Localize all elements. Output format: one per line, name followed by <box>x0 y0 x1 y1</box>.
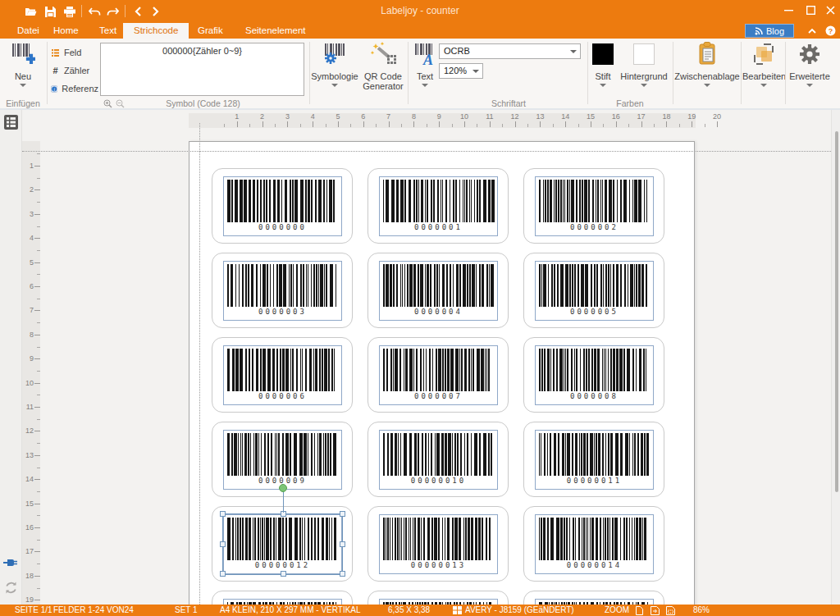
label-cell <box>212 591 353 605</box>
hintergrund-label: Hintergrund <box>617 71 671 81</box>
tab-text[interactable]: Text <box>89 23 127 39</box>
status-set[interactable]: SET 1 <box>175 605 198 615</box>
collapse-ribbon-icon[interactable] <box>806 25 819 37</box>
ruler-number: 7 <box>386 112 390 121</box>
plugin-icon[interactable] <box>3 556 19 573</box>
ribbon: Neu Einfügen Feld # Zähler i Referenz 00… <box>0 39 840 110</box>
barcode-element[interactable]: 0000005 <box>535 261 654 321</box>
label-cell: 00000012 <box>212 506 353 582</box>
label-cell: 0000002 <box>523 168 664 244</box>
template-grid-icon <box>453 606 462 616</box>
qr-code-generator-button[interactable]: QR Code Generator <box>358 42 408 91</box>
barcode-element[interactable]: 0000008 <box>535 345 654 405</box>
erweiterte-button[interactable]: Erweiterte <box>787 42 833 87</box>
barcode-element[interactable]: 00000012 <box>223 514 342 574</box>
zoom-fit-selection-icon[interactable] <box>666 606 675 616</box>
zoom-page-icon[interactable] <box>636 606 643 616</box>
design-canvas[interactable]: 0000000000000100000020000003000000400000… <box>40 128 831 605</box>
barcode-element[interactable] <box>223 599 342 605</box>
group-label-symbol: Symbol (Code 128) <box>131 98 275 108</box>
minimize-button[interactable] <box>779 2 797 17</box>
tab-home[interactable]: Home <box>43 23 89 39</box>
status-page[interactable]: SEITE 1/1 <box>15 605 52 615</box>
label-cell: 0000000 <box>212 168 353 244</box>
barcode-element[interactable]: 00000013 <box>379 514 498 574</box>
stift-button[interactable]: Stift <box>589 42 617 87</box>
selection-handle[interactable] <box>340 541 345 547</box>
fields-panel-icon[interactable] <box>4 115 18 133</box>
rotation-handle[interactable] <box>279 484 287 492</box>
selection-handle[interactable] <box>340 511 345 517</box>
selection-handle[interactable] <box>220 511 226 517</box>
ruler-number: 19 <box>687 112 696 121</box>
refresh-icon[interactable] <box>4 581 18 598</box>
referenz-button[interactable]: i Referenz <box>51 82 98 95</box>
neu-button[interactable]: Neu <box>3 42 43 87</box>
scrollbar-thumb[interactable] <box>835 131 838 492</box>
ruler-number: 9 <box>437 112 441 121</box>
barcode-element[interactable]: 0000007 <box>379 345 498 405</box>
barcode-element[interactable] <box>535 599 654 605</box>
label-cell: 0000003 <box>212 253 353 328</box>
status-zoom-value[interactable]: 86% <box>693 605 710 615</box>
label-cell <box>523 591 664 605</box>
feld-button[interactable]: Feld <box>51 46 98 59</box>
selection-handle[interactable] <box>220 541 226 547</box>
ruler-number: 10 <box>25 379 34 387</box>
barcode-element[interactable]: 0000009 <box>223 430 342 490</box>
barcode-element[interactable]: 0000001 <box>379 176 498 236</box>
margin-guide-horizontal <box>22 151 831 152</box>
selection-handle[interactable] <box>281 511 286 517</box>
barcode-bars <box>383 433 495 476</box>
ruler-number: 13 <box>25 451 34 459</box>
symbologie-button[interactable]: Symbologie <box>311 42 358 87</box>
barcode-value: 00000013 <box>380 561 497 569</box>
zaehler-button[interactable]: # Zähler <box>51 64 98 77</box>
svg-text:?: ? <box>828 27 833 35</box>
status-label-size[interactable]: 6,35 X 3,38 <box>388 605 430 615</box>
ruler-number: 8 <box>412 112 416 121</box>
selection-rectangle <box>222 513 343 575</box>
barcode-bars <box>227 433 340 476</box>
help-icon[interactable]: ? <box>824 25 837 37</box>
status-paper[interactable]: A4 KLEIN, 210 X 297 MM - VERTIKAL <box>220 605 361 615</box>
symbology-icon <box>311 42 358 68</box>
hintergrund-button[interactable]: Hintergrund <box>617 42 671 87</box>
barcode-element[interactable]: 0000006 <box>223 345 342 405</box>
barcode-element[interactable] <box>379 599 498 605</box>
chevron-down-icon <box>472 70 479 73</box>
maximize-button[interactable] <box>801 2 819 17</box>
close-button[interactable] <box>821 2 839 17</box>
bearbeiten-button[interactable]: Bearbeiten <box>742 42 785 87</box>
tab-grafik[interactable]: Grafik <box>187 23 234 39</box>
barcode-element[interactable]: 0000003 <box>223 261 342 321</box>
ruler-number: 3 <box>285 112 290 121</box>
barcode-element[interactable]: 00000011 <box>535 430 654 490</box>
divider <box>741 42 742 104</box>
barcode-element[interactable]: 00000014 <box>535 514 654 574</box>
status-template[interactable]: AVERY - J8159 (GEäNDERT) <box>465 605 574 615</box>
barcode-value: 0000007 <box>380 392 497 400</box>
barcode-element[interactable]: 0000000 <box>223 176 342 236</box>
ruler-number: 12 <box>25 427 34 435</box>
tab-strichcode[interactable]: Strichcode <box>123 23 189 39</box>
tab-seitenelement[interactable]: Seitenelement <box>235 23 317 39</box>
zoom-fit-width-icon[interactable] <box>651 606 660 616</box>
status-fields[interactable]: FELDER 1-24 VON24 <box>53 605 134 615</box>
barcode-bars <box>383 180 495 222</box>
barcode-element[interactable]: 0000004 <box>379 261 498 321</box>
font-name-select[interactable]: OCRB <box>439 43 581 59</box>
vertical-scrollbar[interactable] <box>831 110 840 605</box>
barcode-element[interactable]: 0000002 <box>535 176 654 236</box>
neu-label: Neu <box>3 71 43 81</box>
zwischenablage-button[interactable]: Zwischenablage <box>674 42 740 87</box>
font-size-select[interactable]: 120% <box>439 63 483 79</box>
barcode-element[interactable]: 00000010 <box>379 430 498 490</box>
selection-handle[interactable] <box>220 571 226 577</box>
text-button[interactable]: A Text <box>409 42 441 87</box>
blog-button[interactable]: Blog <box>745 24 794 38</box>
symbol-content-box[interactable]: 000000{Zähler 0~9} <box>100 43 304 96</box>
pen-color-swatch <box>592 43 614 65</box>
selection-handle[interactable] <box>340 571 345 577</box>
selection-handle[interactable] <box>281 571 286 577</box>
